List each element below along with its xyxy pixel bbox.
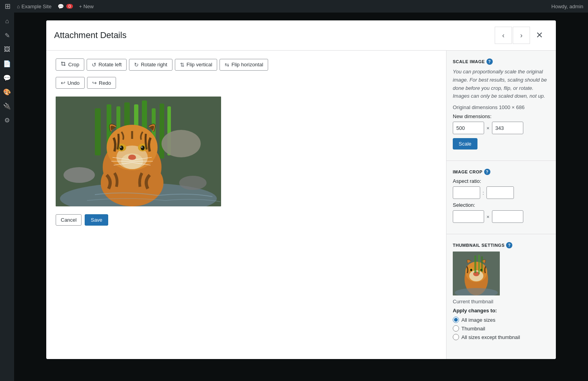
undo-label: Undo [67,80,80,86]
svg-point-14 [162,130,201,157]
svg-rect-12 [160,104,164,159]
thumbnail-settings-title: THUMBNAIL SETTINGS ? [453,242,550,248]
site-name-link[interactable]: ⌂ Example Site [17,4,51,9]
radio-all-sizes-label: All image sizes [461,317,495,323]
sidebar-icon-pages[interactable]: 📄 [2,58,13,69]
flip-horizontal-label: Flip horizontal [231,62,263,67]
undo-icon: ↩ [61,80,65,86]
radio-all-except-input[interactable] [453,334,459,340]
redo-icon: ↪ [92,80,97,86]
aspect-separator: : [483,190,484,196]
svg-point-23 [120,146,123,150]
comment-icon: 💬 [58,4,64,9]
flip-horizontal-button[interactable]: ⇆ Flip horizontal [220,59,268,71]
radio-thumbnail[interactable]: Thumbnail [453,325,550,332]
scale-separator: × [486,125,490,131]
radio-thumbnail-input[interactable] [453,325,459,332]
scale-button[interactable]: Scale [453,138,477,149]
wp-logo: ⊞ [5,2,11,11]
crop-icon [61,61,66,68]
selection-height-input[interactable] [492,210,523,223]
svg-point-41 [470,269,472,271]
modal-header: Attachment Details ‹ › ✕ [46,20,556,51]
aspect-ratio-row: : [453,186,550,199]
image-crop-help-icon[interactable]: ? [484,169,490,175]
undo-button[interactable]: ↩ Undo [56,77,85,89]
sidebar-icon-media[interactable]: 🖼 [2,44,13,55]
modal-navigation: ‹ › ✕ [495,27,548,44]
original-dimensions: Original dimensions 1000 × 686 [453,104,550,110]
aspect-height-input[interactable] [486,186,514,199]
save-button[interactable]: Save [85,214,108,226]
close-modal-button[interactable]: ✕ [531,27,548,44]
comments-link[interactable]: 💬 0 [58,4,73,9]
image-preview [56,97,221,206]
radio-thumbnail-label: Thumbnail [461,326,485,332]
section-divider-2 [446,234,556,234]
selection-row: × [453,210,550,223]
edit-toolbar: Crop ↺ Rotate left ↻ Rotate right ⇅ Flip… [56,58,437,71]
svg-rect-44 [478,255,480,274]
svg-point-24 [141,146,145,150]
edit-actions: Cancel Save [56,214,437,226]
aspect-width-input[interactable] [453,186,480,199]
svg-point-26 [141,146,143,148]
sidebar-icon-comments[interactable]: 💬 [2,72,13,83]
scale-height-input[interactable] [492,122,523,134]
flip-horizontal-icon: ⇆ [225,62,229,68]
scale-image-description: You can proportionally scale the origina… [453,68,550,100]
radio-all-except[interactable]: All sizes except thumbnail [453,334,550,340]
scale-width-input[interactable] [453,122,484,134]
thumbnail-settings-help-icon[interactable]: ? [506,242,512,248]
radio-all-sizes[interactable]: All image sizes [453,317,550,323]
radio-all-except-label: All sizes except thumbnail [461,334,520,340]
flip-vertical-label: Flip vertical [187,62,212,67]
aspect-ratio-label: Aspect ratio: [453,178,550,184]
flip-vertical-button[interactable]: ⇅ Flip vertical [175,59,218,71]
modal-overlay: Attachment Details ‹ › ✕ [14,13,588,381]
scale-image-help-icon[interactable]: ? [486,58,493,65]
modal-title: Attachment Details [54,30,127,40]
redo-button[interactable]: ↪ Redo [87,77,116,89]
new-dimensions-label: New dimensions: [453,113,550,119]
svg-point-3 [64,167,95,183]
rotate-left-label: Rotate left [98,62,122,67]
modal-body: Crop ↺ Rotate left ↻ Rotate right ⇅ Flip… [46,51,556,359]
svg-rect-45 [481,256,483,272]
rotate-left-icon: ↺ [92,62,96,68]
selection-width-input[interactable] [453,210,484,223]
howdy-text: Howdy, admin [552,4,583,9]
rotate-left-button[interactable]: ↺ Rotate left [87,59,127,71]
home-icon: ⌂ [17,4,20,9]
image-crop-title: IMAGE CROP ? [453,169,550,175]
radio-all-sizes-input[interactable] [453,317,459,323]
sidebar-icon-posts[interactable]: ✎ [2,30,13,41]
rotate-right-button[interactable]: ↻ Rotate right [129,59,172,71]
apply-changes-label: Apply changes to: [453,308,550,314]
svg-rect-43 [474,255,476,273]
svg-point-4 [179,176,207,190]
scale-image-title: SCALE IMAGE ? [453,58,550,65]
next-attachment-button[interactable]: › [513,27,530,44]
sidebar-icon-settings[interactable]: ⚙ [2,115,13,126]
thumbnail-settings-section: THUMBNAIL SETTINGS ? [453,242,550,340]
crop-button[interactable]: Crop [56,58,84,71]
admin-bar: ⊞ ⌂ Example Site 💬 0 + New Howdy, admin [0,0,588,13]
cancel-button[interactable]: Cancel [56,214,82,226]
sidebar-icon-dashboard[interactable]: ⌂ [2,16,13,27]
sidebar-icon-appearance[interactable]: 🎨 [2,86,13,97]
scale-image-section: SCALE IMAGE ? You can proportionally sca… [453,58,550,149]
new-content-link[interactable]: + New [79,4,94,9]
selection-label: Selection: [453,202,550,208]
crop-label: Crop [68,62,79,67]
redo-label: Redo [99,80,111,86]
sidebar-icon-plugins[interactable]: 🔌 [2,100,13,111]
svg-point-20 [128,155,136,160]
section-divider-1 [446,160,556,161]
comment-count: 0 [66,4,73,9]
new-dimensions-row: × [453,122,550,134]
svg-point-25 [120,146,122,148]
svg-rect-5 [95,108,101,155]
prev-attachment-button[interactable]: ‹ [495,27,512,44]
site-name: Example Site [22,4,52,9]
